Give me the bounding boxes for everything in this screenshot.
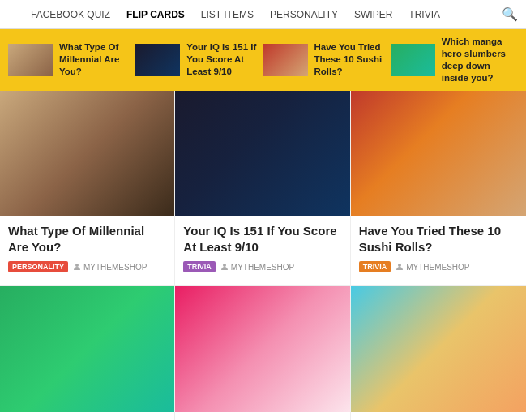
card-meta: TRIVIA MYTHEMESHOP [183,261,341,272]
svg-point-2 [398,264,401,267]
card-image [0,91,174,216]
card-grid: What Type Of Millennial Are You? PERSONA… [0,91,526,420]
card-badge: TRIVIA [183,261,216,272]
card-meta: TRIVIA MYTHEMESHOP [359,261,518,272]
featured-item[interactable]: What Type Of Millennial Are You? [8,41,135,78]
card-badge: PERSONALITY [8,261,68,272]
featured-bar: What Type Of Millennial Are You? Your IQ… [0,29,526,91]
search-icon[interactable]: 🔍 [502,6,518,22]
card-title: What Type Of Millennial Are You? [8,223,166,256]
navbar: FACEBOOK QUIZFLIP CARDSLIST ITEMSPERSONA… [0,0,526,29]
card[interactable]: Your IQ Is 151 If You Score At Least 9/1… [175,91,350,287]
card[interactable]: Have You Tried These 10 Sushi Rolls? TRI… [351,91,526,287]
nav-link-facebook-quiz[interactable]: FACEBOOK QUIZ [23,0,118,29]
card-author: MYTHEMESHOP [220,263,294,272]
card-title: Your IQ Is 151 If You Score At Least 9/1… [183,223,341,256]
card[interactable]: Which manga hero slumbers deep down insi… [0,286,175,420]
user-icon [396,263,404,271]
featured-thumbnail [135,44,180,76]
featured-thumbnail [391,44,435,76]
featured-title: Have You Tried These 10 Sushi Rolls? [314,41,391,78]
featured-thumbnail [263,44,308,76]
user-icon [220,263,229,271]
card-image [0,286,174,412]
svg-point-1 [223,264,226,267]
featured-thumbnail [8,44,53,76]
card-image [351,91,526,216]
nav-link-swiper[interactable]: SWIPER [346,0,400,29]
card[interactable]: Top 10 Beauty Secrets You Should Know LI… [175,286,350,420]
card-content: Have You Tried These 10 Sushi Rolls? TRI… [351,216,526,276]
featured-item[interactable]: Have You Tried These 10 Sushi Rolls? [263,41,391,78]
nav-link-trivia[interactable]: TRIVIA [400,0,448,29]
featured-title: Your IQ Is 151 If You Score At Least 9/1… [186,41,263,78]
user-icon [73,263,81,271]
featured-title: What Type Of Millennial Are You? [59,41,135,78]
card-image [351,286,526,412]
card[interactable]: What Type Of Millennial Are You? PERSONA… [0,91,175,287]
featured-item[interactable]: Your IQ Is 151 If You Score At Least 9/1… [135,41,263,78]
nav-links: FACEBOOK QUIZFLIP CARDSLIST ITEMSPERSONA… [23,0,502,29]
card-content: Which manga hero slumbers deep down insi… [0,412,174,420]
nav-link-list-items[interactable]: LIST ITEMS [193,0,262,29]
nav-link-personality[interactable]: PERSONALITY [262,0,346,29]
card[interactable]: What's hiding on the other side? FLIP CA… [351,286,526,420]
card-content: What's hiding on the other side? FLIP CA… [351,412,526,420]
card-image [175,286,349,412]
featured-title: Which manga hero slumbers deep down insi… [442,36,518,84]
card-content: Top 10 Beauty Secrets You Should Know LI… [175,412,349,420]
card-title: Have You Tried These 10 Sushi Rolls? [359,223,518,256]
card-content: What Type Of Millennial Are You? PERSONA… [0,216,174,276]
card-content: Your IQ Is 151 If You Score At Least 9/1… [175,216,349,276]
card-meta: PERSONALITY MYTHEMESHOP [8,261,166,272]
card-image [175,91,349,216]
card-author: MYTHEMESHOP [73,263,147,272]
svg-point-0 [75,264,79,267]
card-author: MYTHEMESHOP [396,263,469,272]
card-badge: TRIVIA [359,261,391,272]
featured-item[interactable]: Which manga hero slumbers deep down insi… [391,36,518,84]
nav-link-flip-cards[interactable]: FLIP CARDS [118,0,193,29]
